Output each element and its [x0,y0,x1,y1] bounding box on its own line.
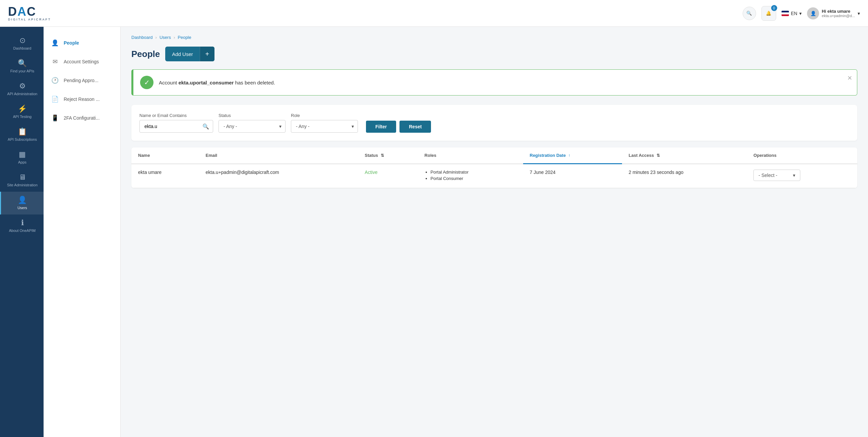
add-user-label: Add User [165,51,200,57]
status-sort-icon: ⇅ [381,153,384,158]
sidebar-item-api-subscriptions[interactable]: 📋 API Subscriptions [0,123,43,146]
col-operations: Operations [747,148,857,164]
cell-email: ekta.u+padmin@digitalapicraft.com [199,164,358,188]
sidebar-label-dashboard: Dashboard [13,46,31,50]
status-select[interactable]: - Any - Active Inactive Pending [218,120,285,133]
sidebar-item-api-testing[interactable]: ⚡ API Testing [0,100,43,123]
col-email: Email [199,148,358,164]
2fa-icon: 📱 [50,113,60,123]
cell-operations: - Select - ▾ [747,164,857,188]
sidebar-label-apps: Apps [18,160,27,164]
about-icon: ℹ [21,219,24,226]
breadcrumb-users[interactable]: Users [159,35,171,40]
user-greeting: Hi ekta umare [822,9,855,14]
sidebar-label-find-apis: Find your APIs [10,69,34,73]
main-content: Dashboard › Users › People People Add Us… [121,27,868,437]
nav-sidebar: ⊙ Dashboard 🔍 Find your APIs ⚙ API Admin… [0,27,43,437]
status-filter: Status - Any - Active Inactive Pending ▾ [218,113,285,133]
bell-icon: 🔔 [766,11,772,16]
operations-select-label: - Select - [758,173,777,178]
sidebar-label-site-admin: Site Administration [7,183,37,187]
notifications-button[interactable]: 🔔 0 [762,6,776,21]
sidebar-label-about: About OneAPIM [9,228,36,232]
alert-account-name: ekta.uportal_consumer [178,80,234,86]
add-user-button[interactable]: Add User + [165,46,215,61]
avatar: 👤 [807,7,819,20]
pending-approvals-label: Pending Appro... [64,78,98,83]
role-filter: Role - Any - Portal Administrator Portal… [291,113,358,133]
alert-message: Account ekta.uportal_consumer has been d… [159,80,850,86]
user-menu-button[interactable]: 👤 Hi ekta umare ekta.u+padmin@d... ▾ [807,7,860,20]
col-status[interactable]: Status ⇅ [358,148,417,164]
status-label: Status [218,113,285,118]
language-selector[interactable]: EN ▾ [781,11,802,16]
reset-button[interactable]: Reset [400,121,431,133]
sidebar-item-site-admin[interactable]: 🖥 Site Administration [0,169,43,192]
name-email-input[interactable] [140,120,213,133]
sidebar-item-find-apis[interactable]: 🔍 Find your APIs [0,55,43,78]
alert-check-icon: ✓ [140,76,154,89]
add-user-plus-icon: + [200,46,215,61]
users-icon: 👤 [18,196,27,204]
breadcrumb: Dashboard › Users › People [131,35,857,40]
search-button[interactable]: 🔍 [743,7,756,20]
cell-last-access: 2 minutes 23 seconds ago [622,164,747,188]
sidebar-label-api-testing: API Testing [13,115,31,119]
sidebar-item-api-admin[interactable]: ⚙ API Administration [0,78,43,100]
people-icon: 👤 [50,38,60,48]
role-select[interactable]: - Any - Portal Administrator Portal Cons… [291,120,358,133]
sidebar-item-about[interactable]: ℹ About OneAPIM [0,215,43,237]
alert-close-button[interactable]: ✕ [847,74,852,82]
filter-row: Name or Email Contains 🔍 Status - Any - … [140,113,849,133]
table-row: ekta umare ekta.u+padmin@digitalapicraft… [131,164,857,188]
account-settings-icon: ✉ [50,57,60,66]
cell-status: Active [358,164,417,188]
col-last-access[interactable]: Last Access ⇅ [622,148,747,164]
user-email: ekta.u+padmin@d... [822,14,855,18]
reg-date-sort-icon: ↑ [568,153,570,158]
breadcrumb-current: People [178,35,191,40]
name-email-filter: Name or Email Contains 🔍 [140,113,213,133]
role-item: Portal Consumer [431,176,517,181]
site-admin-icon: 🖥 [19,174,26,181]
second-sidebar: 👤 People ✉ Account Settings 🕐 Pending Ap… [43,27,121,437]
sidebar-label-api-admin: API Administration [7,92,37,96]
sidebar-item-account-settings[interactable]: ✉ Account Settings [43,52,120,71]
sidebar-label-api-subscriptions: API Subscriptions [8,137,37,142]
operations-chevron-icon: ▾ [793,173,795,178]
sidebar-item-reject-reason[interactable]: 📄 Reject Reason ... [43,90,120,108]
user-chevron-icon: ▾ [858,11,860,16]
reject-reason-label: Reject Reason ... [64,96,99,102]
api-testing-icon: ⚡ [18,105,27,113]
page-title: People [131,49,160,59]
2fa-label: 2FA Configurati... [64,115,99,121]
dashboard-icon: ⊙ [20,37,26,44]
api-subscriptions-icon: 📋 [18,128,27,135]
account-settings-label: Account Settings [64,59,99,64]
breadcrumb-sep-1: › [155,35,157,40]
role-label: Role [291,113,358,118]
api-admin-icon: ⚙ [19,83,26,90]
logo: DAC DIGITAL APICRAFT [8,6,51,21]
sidebar-item-people[interactable]: 👤 People [43,33,120,52]
main-row: ⊙ Dashboard 🔍 Find your APIs ⚙ API Admin… [0,27,868,437]
sidebar-item-apps[interactable]: ▦ Apps [0,146,43,169]
top-bar: DAC DIGITAL APICRAFT 🔍 🔔 0 EN ▾ 👤 H [0,0,868,27]
filter-button[interactable]: Filter [366,121,396,133]
apps-icon: ▦ [19,151,26,158]
sidebar-item-users[interactable]: 👤 Users [0,192,43,215]
reject-reason-icon: 📄 [50,94,60,104]
cell-name: ekta umare [131,164,199,188]
sidebar-item-pending-approvals[interactable]: 🕐 Pending Appro... [43,71,120,90]
sidebar-label-users: Users [18,206,27,210]
operations-select-button[interactable]: - Select - ▾ [753,169,800,181]
col-name: Name [131,148,199,164]
name-email-label: Name or Email Contains [140,113,213,118]
sidebar-item-dashboard[interactable]: ⊙ Dashboard [0,32,43,55]
name-email-search-icon: 🔍 [203,123,209,130]
table-header-row: Name Email Status ⇅ Roles Registration D… [131,148,857,164]
breadcrumb-dashboard[interactable]: Dashboard [131,35,153,40]
col-reg-date[interactable]: Registration Date ↑ [523,148,622,164]
sidebar-item-2fa-config[interactable]: 📱 2FA Configurati... [43,108,120,127]
users-table-wrap: Name Email Status ⇅ Roles Registration D… [131,148,857,188]
